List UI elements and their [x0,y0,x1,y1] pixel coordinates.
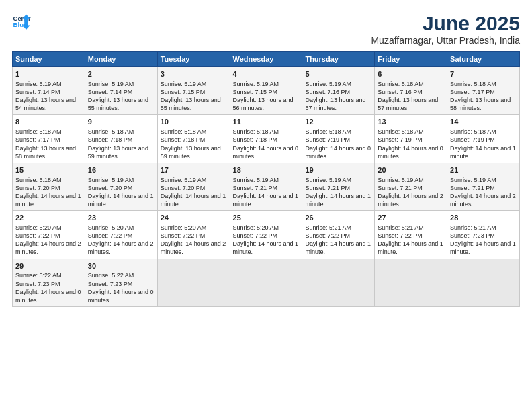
day-info: Daylight: 14 hours and 2 minutes. [88,240,154,256]
day-info: Daylight: 14 hours and 1 minute. [305,240,371,256]
day-info: Daylight: 13 hours and 57 minutes. [305,96,371,112]
day-info: Sunrise: 5:19 AM [305,176,371,184]
day-info: Sunrise: 5:22 AM [15,271,82,279]
day-info: Daylight: 13 hours and 56 minutes. [233,96,300,112]
day-info: Sunrise: 5:21 AM [305,224,371,232]
day-info: Daylight: 14 hours and 2 minutes. [378,192,444,208]
day-info: Sunset: 7:22 PM [233,232,300,240]
calendar-cell: 23Sunrise: 5:20 AMSunset: 7:22 PMDayligh… [85,211,157,259]
logo-icon: General Blue [12,12,31,31]
calendar-cell: 20Sunrise: 5:19 AMSunset: 7:21 PMDayligh… [375,163,447,210]
day-info: Sunrise: 5:18 AM [88,128,154,136]
day-info: Sunset: 7:16 PM [378,88,444,96]
day-info: Daylight: 14 hours and 0 minutes. [233,144,300,161]
day-number: 24 [161,213,227,223]
day-info: Sunset: 7:15 PM [233,88,300,96]
calendar-cell: 30Sunrise: 5:22 AMSunset: 7:23 PMDayligh… [85,259,157,306]
day-info: Sunrise: 5:21 AM [378,224,444,232]
day-number: 26 [305,213,371,223]
day-number: 5 [305,69,371,79]
day-info: Sunset: 7:14 PM [15,88,82,96]
col-saturday: Saturday [447,52,520,67]
day-number: 11 [233,117,300,127]
calendar-cell: 9Sunrise: 5:18 AMSunset: 7:18 PMDaylight… [85,115,157,163]
day-info: Sunrise: 5:19 AM [378,176,444,184]
calendar-cell [447,259,520,306]
day-info: Sunset: 7:14 PM [88,88,154,96]
calendar-header-row: Sunday Monday Tuesday Wednesday Thursday… [13,52,520,67]
calendar-cell: 26Sunrise: 5:21 AMSunset: 7:22 PMDayligh… [302,211,375,259]
day-info: Sunrise: 5:22 AM [88,271,154,279]
calendar-table: Sunday Monday Tuesday Wednesday Thursday… [12,51,520,307]
calendar-cell: 21Sunrise: 5:19 AMSunset: 7:21 PMDayligh… [447,163,520,210]
calendar-cell: 5Sunrise: 5:19 AMSunset: 7:16 PMDaylight… [302,67,375,115]
day-info: Sunset: 7:22 PM [161,232,227,240]
calendar-week-row: 22Sunrise: 5:20 AMSunset: 7:22 PMDayligh… [13,211,520,259]
day-info: Daylight: 13 hours and 55 minutes. [161,96,227,112]
calendar-cell: 24Sunrise: 5:20 AMSunset: 7:22 PMDayligh… [157,211,230,259]
day-number: 21 [450,165,517,175]
calendar-cell [302,259,375,306]
day-info: Daylight: 14 hours and 1 minute. [233,192,300,208]
calendar-cell [230,259,302,306]
calendar-cell: 3Sunrise: 5:19 AMSunset: 7:15 PMDaylight… [157,67,230,115]
day-number: 7 [450,69,517,79]
day-info: Sunset: 7:21 PM [233,184,300,192]
calendar-cell: 29Sunrise: 5:22 AMSunset: 7:23 PMDayligh… [13,259,85,306]
day-info: Daylight: 14 hours and 1 minute. [378,240,444,256]
calendar-cell: 16Sunrise: 5:19 AMSunset: 7:20 PMDayligh… [85,163,157,210]
calendar-cell: 19Sunrise: 5:19 AMSunset: 7:21 PMDayligh… [302,163,375,210]
day-info: Sunset: 7:23 PM [450,232,517,240]
calendar-cell [157,259,230,306]
day-info: Sunrise: 5:20 AM [161,224,227,232]
day-number: 9 [88,117,154,127]
day-number: 15 [15,165,82,175]
day-info: Daylight: 14 hours and 1 minute. [161,192,227,208]
day-info: Daylight: 14 hours and 2 minutes. [15,240,82,256]
day-info: Daylight: 14 hours and 0 minutes. [305,144,371,161]
day-number: 27 [378,213,444,223]
day-info: Sunrise: 5:21 AM [450,224,517,232]
day-info: Sunrise: 5:19 AM [88,80,154,88]
calendar-cell: 11Sunrise: 5:18 AMSunset: 7:18 PMDayligh… [230,115,302,163]
day-info: Sunset: 7:22 PM [305,232,371,240]
col-monday: Monday [85,52,157,67]
day-info: Sunrise: 5:18 AM [161,128,227,136]
calendar-cell: 14Sunrise: 5:18 AMSunset: 7:19 PMDayligh… [447,115,520,163]
day-info: Daylight: 14 hours and 1 minute. [305,192,371,208]
calendar-cell: 4Sunrise: 5:19 AMSunset: 7:15 PMDaylight… [230,67,302,115]
day-info: Sunrise: 5:19 AM [233,80,300,88]
calendar-cell: 2Sunrise: 5:19 AMSunset: 7:14 PMDaylight… [85,67,157,115]
day-info: Sunrise: 5:19 AM [161,176,227,184]
day-number: 22 [15,213,82,223]
day-info: Sunset: 7:20 PM [161,184,227,192]
day-info: Sunset: 7:19 PM [305,136,371,144]
day-info: Daylight: 13 hours and 58 minutes. [450,96,517,112]
day-info: Sunset: 7:19 PM [450,136,517,144]
day-number: 1 [15,69,82,79]
day-info: Sunrise: 5:18 AM [450,80,517,88]
day-info: Daylight: 14 hours and 1 minute. [15,192,82,208]
day-number: 20 [378,165,444,175]
day-info: Sunrise: 5:20 AM [233,224,300,232]
calendar-cell: 22Sunrise: 5:20 AMSunset: 7:22 PMDayligh… [13,211,85,259]
day-number: 25 [233,213,300,223]
calendar-cell: 12Sunrise: 5:18 AMSunset: 7:19 PMDayligh… [302,115,375,163]
day-number: 28 [450,213,517,223]
col-thursday: Thursday [302,52,375,67]
day-number: 12 [305,117,371,127]
day-info: Sunset: 7:19 PM [378,136,444,144]
day-info: Daylight: 14 hours and 1 minute. [450,240,517,256]
calendar-cell: 18Sunrise: 5:19 AMSunset: 7:21 PMDayligh… [230,163,302,210]
day-info: Sunrise: 5:18 AM [378,128,444,136]
day-info: Sunset: 7:15 PM [161,88,227,96]
day-info: Sunset: 7:18 PM [88,136,154,144]
day-info: Sunrise: 5:19 AM [450,176,517,184]
calendar-week-row: 1Sunrise: 5:19 AMSunset: 7:14 PMDaylight… [13,67,520,115]
day-info: Sunset: 7:17 PM [15,136,82,144]
day-info: Daylight: 14 hours and 2 minutes. [161,240,227,256]
day-info: Sunrise: 5:19 AM [15,80,82,88]
day-info: Sunrise: 5:19 AM [305,80,371,88]
day-info: Daylight: 14 hours and 1 minute. [233,240,300,256]
day-info: Sunset: 7:16 PM [305,88,371,96]
